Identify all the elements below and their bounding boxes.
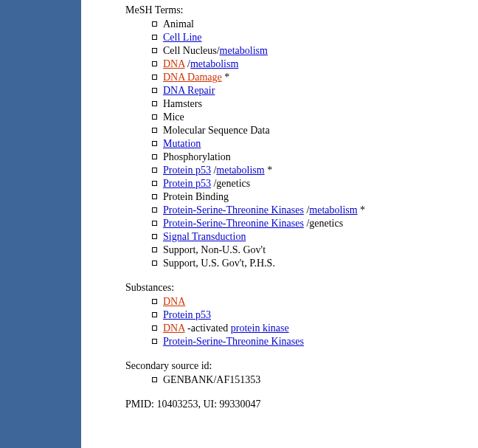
term-link[interactable]: DNA Damage	[163, 72, 222, 83]
secondary-source-list: GENBANK/AF151353	[125, 373, 471, 387]
term-text: Support, U.S. Gov't, P.H.S.	[163, 258, 275, 269]
substances-list: DNAProtein p53DNA -activated protein kin…	[125, 295, 471, 348]
mesh-term-item: Protein-Serine-Threonine Kinases /metabo…	[152, 204, 471, 217]
term-text: /	[185, 58, 190, 69]
term-text: Support, Non-U.S. Gov't	[163, 244, 266, 255]
mesh-term-item: Animal	[152, 18, 471, 31]
substances-heading: Substances:	[125, 282, 471, 294]
record-content: MeSH Terms: AnimalCell LineCell Nucleus/…	[81, 0, 478, 448]
mesh-terms-list: AnimalCell LineCell Nucleus/metabolismDN…	[125, 18, 471, 270]
substance-item: Protein-Serine-Threonine Kinases	[152, 335, 471, 348]
mesh-term-item: DNA Repair	[152, 84, 471, 97]
substance-item: Protein p53	[152, 309, 471, 322]
substance-item: DNA -activated protein kinase	[152, 322, 471, 335]
mesh-term-item: DNA /metabolism	[152, 58, 471, 71]
mesh-term-item: Support, Non-U.S. Gov't	[152, 244, 471, 257]
mesh-term-item: DNA Damage *	[152, 71, 471, 84]
term-link[interactable]: Protein-Serine-Threonine Kinases	[163, 336, 304, 347]
term-link[interactable]: Mutation	[163, 138, 201, 149]
term-link[interactable]: Protein p53	[163, 309, 211, 320]
mesh-term-item: Phosphorylation	[152, 151, 471, 164]
term-link[interactable]: Protein p53	[163, 165, 211, 176]
term-link[interactable]: metabolism	[190, 58, 238, 69]
page: MeSH Terms: AnimalCell LineCell Nucleus/…	[0, 0, 478, 448]
mesh-term-item: Mutation	[152, 137, 471, 151]
term-text: -activated	[185, 323, 231, 334]
term-link[interactable]: Protein-Serine-Threonine Kinases	[163, 204, 304, 216]
term-link[interactable]: protein kinase	[231, 323, 289, 334]
mesh-term-item: Cell Nucleus/metabolism	[152, 44, 471, 58]
term-text: Molecular Sequence Data	[163, 125, 270, 136]
substance-item: DNA	[152, 295, 471, 309]
term-text: Protein Binding	[163, 191, 229, 202]
term-link[interactable]: metabolism	[309, 204, 357, 216]
term-text: /genetics	[304, 218, 343, 229]
mesh-term-item: Molecular Sequence Data	[152, 124, 471, 137]
term-link[interactable]: DNA	[163, 296, 185, 307]
term-text: Phosphorylation	[163, 151, 231, 162]
term-text: *	[358, 204, 366, 216]
term-link[interactable]: Cell Line	[163, 32, 202, 43]
mesh-term-item: Protein p53 /metabolism *	[152, 164, 471, 177]
term-link[interactable]: DNA Repair	[163, 85, 215, 96]
mesh-term-item: Signal Transduction	[152, 230, 471, 244]
term-text: GENBANK/AF151353	[163, 374, 260, 385]
left-sidebar	[0, 0, 81, 448]
secondary-heading: Secondary source id:	[125, 360, 471, 372]
mesh-term-item: Hamsters	[152, 97, 471, 111]
term-link[interactable]: metabolism	[216, 165, 264, 176]
mesh-heading: MeSH Terms:	[125, 4, 471, 16]
mesh-term-item: Protein Binding	[152, 190, 471, 204]
mesh-term-item: Protein-Serine-Threonine Kinases /geneti…	[152, 217, 471, 230]
term-text: /genetics	[211, 178, 250, 189]
secondary-source-item: GENBANK/AF151353	[152, 373, 471, 387]
term-text: Mice	[163, 111, 184, 123]
mesh-term-item: Support, U.S. Gov't, P.H.S.	[152, 257, 471, 270]
term-text: Cell Nucleus/	[163, 45, 220, 56]
term-text: *	[222, 72, 230, 83]
term-link[interactable]: Signal Transduction	[163, 231, 246, 242]
pmid-line: PMID: 10403253, UI: 99330047	[125, 399, 471, 410]
term-link[interactable]: Protein p53	[163, 178, 211, 189]
term-text: *	[265, 165, 273, 176]
mesh-term-item: Cell Line	[152, 31, 471, 44]
term-link[interactable]: metabolism	[220, 45, 268, 56]
mesh-term-item: Protein p53 /genetics	[152, 177, 471, 190]
term-text: Animal	[163, 18, 194, 30]
term-link[interactable]: DNA	[163, 323, 185, 334]
term-text: Hamsters	[163, 98, 202, 109]
mesh-term-item: Mice	[152, 111, 471, 124]
term-link[interactable]: DNA	[163, 58, 185, 69]
term-link[interactable]: Protein-Serine-Threonine Kinases	[163, 218, 304, 229]
